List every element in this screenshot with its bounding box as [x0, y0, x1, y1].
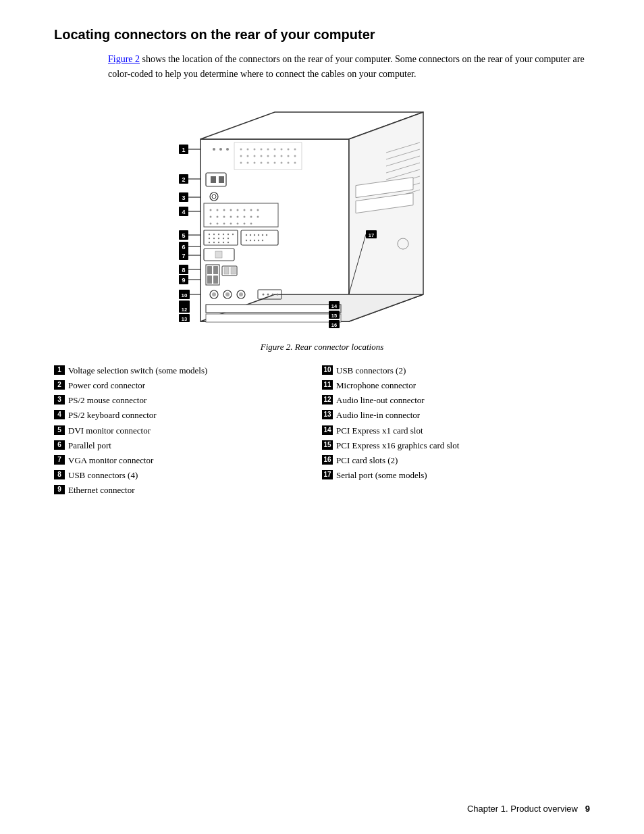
svg-point-86	[227, 238, 229, 239]
legend-item: 3PS/2 mouse connector	[54, 394, 322, 407]
svg-point-54	[223, 209, 225, 211]
svg-point-27	[294, 148, 296, 150]
svg-text:16: 16	[331, 322, 337, 328]
svg-point-121	[263, 293, 265, 295]
svg-point-55	[230, 209, 232, 211]
svg-point-31	[261, 155, 263, 157]
svg-point-15	[213, 148, 215, 151]
legend-item: 17Serial port (some models)	[322, 469, 590, 481]
intro-paragraph: Figure 2 shows the location of the conne…	[108, 52, 590, 82]
legend-num: 6	[54, 440, 65, 450]
svg-point-103	[262, 240, 263, 241]
svg-point-72	[237, 222, 239, 224]
svg-point-80	[227, 234, 229, 235]
svg-point-71	[230, 222, 232, 224]
svg-point-52	[210, 209, 212, 211]
svg-point-98	[266, 234, 267, 236]
svg-point-45	[294, 161, 296, 163]
svg-point-63	[230, 215, 232, 217]
page-number: 9	[585, 804, 590, 814]
svg-point-122	[267, 293, 269, 295]
figure2-link[interactable]: Figure 2	[108, 54, 140, 64]
svg-point-42	[274, 161, 276, 163]
svg-point-29	[247, 155, 249, 157]
legend-num: 5	[54, 425, 65, 435]
legend-left-col: 1Voltage selection switch (some models)2…	[54, 365, 322, 500]
figure-caption: Figure 2. Rear connector locations	[54, 342, 590, 353]
legend-item: 6Parallel port	[54, 440, 322, 452]
svg-point-85	[223, 238, 224, 239]
legend-text: Power cord connector	[68, 380, 145, 392]
legend-num: 14	[322, 425, 333, 435]
intro-text: shows the location of the connectors on …	[108, 54, 585, 79]
svg-rect-110	[213, 276, 218, 284]
legend-text: VGA monitor connector	[68, 454, 153, 467]
svg-point-84	[218, 238, 219, 239]
legend-num: 8	[54, 470, 65, 479]
svg-point-119	[239, 292, 243, 296]
svg-point-39	[254, 161, 256, 163]
svg-point-17	[226, 148, 229, 151]
legend-num: 3	[54, 395, 65, 405]
legend-item: 10USB connectors (2)	[322, 365, 590, 377]
svg-rect-126	[206, 314, 341, 322]
svg-point-65	[244, 215, 246, 217]
footer-chapter: Chapter 1. Product overview	[467, 804, 578, 814]
svg-point-70	[223, 222, 225, 224]
svg-point-93	[246, 234, 247, 236]
svg-point-99	[246, 240, 247, 241]
legend-num: 11	[322, 380, 333, 390]
svg-point-22	[261, 148, 263, 150]
svg-point-90	[223, 242, 224, 243]
svg-point-67	[257, 215, 259, 217]
svg-point-100	[250, 240, 251, 241]
svg-text:6: 6	[182, 244, 185, 251]
svg-rect-113	[231, 267, 236, 274]
legend-item: 13Audio line-in connector	[322, 409, 590, 421]
svg-text:10: 10	[182, 292, 188, 298]
svg-point-102	[258, 240, 259, 241]
svg-point-89	[218, 242, 219, 243]
legend-item: 5DVI monitor connector	[54, 425, 322, 437]
svg-point-26	[288, 148, 290, 150]
svg-point-73	[244, 222, 246, 224]
svg-point-124	[277, 293, 279, 295]
legend-text: USB connectors (4)	[68, 469, 138, 481]
svg-point-20	[247, 148, 249, 150]
svg-point-77	[213, 234, 215, 235]
svg-point-59	[257, 209, 259, 211]
svg-point-25	[281, 148, 283, 150]
svg-rect-105	[215, 251, 222, 258]
svg-point-34	[281, 155, 283, 157]
legend-text: PCI Express x16 graphics card slot	[336, 440, 459, 452]
page-footer: Chapter 1. Product overview 9	[467, 804, 590, 814]
svg-rect-47	[211, 176, 216, 183]
legend-num: 12	[322, 395, 333, 405]
legend-item: 2Power cord connector	[54, 380, 322, 392]
svg-rect-112	[224, 267, 229, 274]
legend-num: 10	[322, 365, 333, 375]
figure-container: 1 2 3 4 5 6 7	[54, 99, 590, 335]
legend-text: Parallel port	[68, 440, 111, 452]
svg-point-21	[254, 148, 256, 150]
svg-point-35	[288, 155, 290, 157]
page-title: Locating connectors on the rear of your …	[54, 27, 590, 43]
computer-diagram: 1 2 3 4 5 6 7	[133, 99, 511, 335]
svg-point-61	[217, 215, 219, 217]
svg-point-62	[223, 215, 225, 217]
legend-item: 7VGA monitor connector	[54, 454, 322, 467]
svg-text:4: 4	[182, 209, 185, 215]
svg-point-83	[213, 238, 215, 239]
legend-item: 4PS/2 keyboard connector	[54, 409, 322, 421]
svg-text:14: 14	[331, 303, 338, 309]
svg-point-76	[209, 234, 210, 235]
legend-text: PS/2 keyboard connector	[68, 409, 157, 421]
legend-num: 1	[54, 365, 65, 375]
legend-num: 17	[322, 470, 333, 479]
svg-text:17: 17	[369, 232, 374, 238]
legend-text: Serial port (some models)	[336, 469, 427, 481]
legend-item: 15PCI Express x16 graphics card slot	[322, 440, 590, 452]
legend-item: 8USB connectors (4)	[54, 469, 322, 481]
legend-text: PCI card slots (2)	[336, 454, 398, 467]
svg-text:12: 12	[182, 307, 187, 313]
